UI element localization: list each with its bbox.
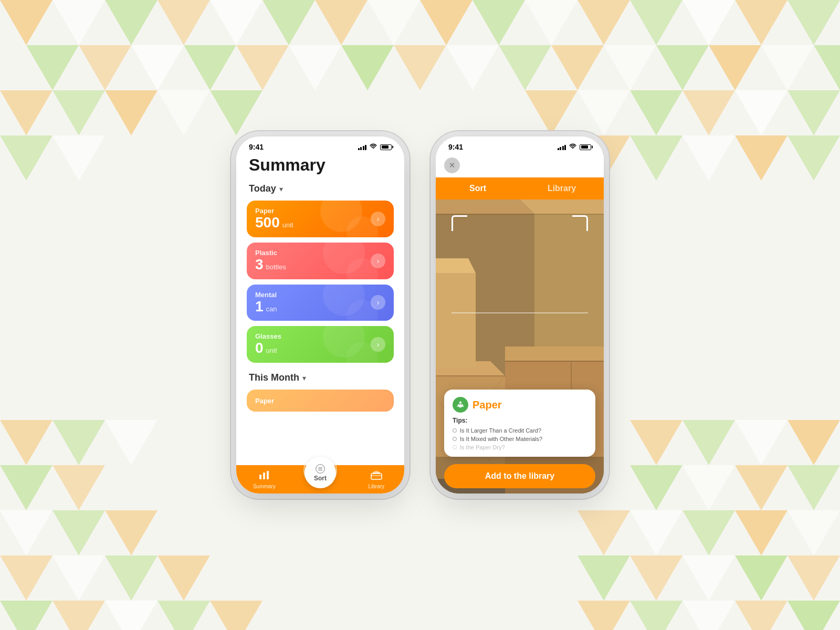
tip-dot-1 bbox=[453, 428, 457, 433]
this-month-section: This Month ▾ Paper bbox=[247, 372, 394, 412]
svg-marker-57 bbox=[0, 465, 52, 510]
svg-marker-24 bbox=[446, 45, 499, 90]
this-month-label: This Month bbox=[249, 372, 299, 383]
svg-marker-7 bbox=[368, 0, 420, 45]
card-glasses-arrow[interactable]: › bbox=[371, 337, 385, 352]
svg-marker-59 bbox=[630, 465, 682, 510]
card-paper-arrow[interactable]: › bbox=[371, 212, 385, 226]
card-glasses-name: Glasses bbox=[255, 332, 281, 340]
svg-marker-86 bbox=[630, 601, 682, 630]
card-paper-count-row: 500 unit bbox=[255, 215, 293, 231]
info-card-title: Paper bbox=[472, 399, 502, 411]
svg-marker-18 bbox=[131, 45, 184, 90]
time-2: 9:41 bbox=[448, 143, 463, 151]
svg-marker-80 bbox=[0, 601, 52, 630]
today-section-header[interactable]: Today ▾ bbox=[247, 183, 394, 194]
status-icons-2 bbox=[558, 143, 592, 151]
svg-marker-8 bbox=[420, 0, 472, 45]
svg-marker-51 bbox=[52, 420, 105, 465]
cards-list: Paper 500 unit › Plastic bbox=[247, 201, 394, 363]
sort-nav-label: Sort bbox=[314, 475, 327, 482]
svg-marker-13 bbox=[682, 0, 735, 45]
nav-library[interactable]: Library bbox=[348, 470, 404, 489]
svg-marker-53 bbox=[630, 420, 682, 465]
card-glasses-count: 0 bbox=[255, 340, 264, 356]
tip-text-3: Is the Paper Dry? bbox=[460, 444, 505, 450]
library-icon bbox=[371, 470, 382, 482]
svg-marker-66 bbox=[578, 510, 630, 555]
summary-nav-label: Summary bbox=[253, 484, 276, 489]
svg-marker-39 bbox=[630, 90, 682, 135]
tip-1: Is It Larger Than a Credit Card? bbox=[453, 427, 587, 434]
svg-marker-42 bbox=[788, 90, 840, 135]
status-icons-1 bbox=[358, 143, 392, 151]
scan-line bbox=[452, 312, 588, 313]
signal-icon bbox=[358, 144, 367, 150]
svg-marker-29 bbox=[709, 45, 761, 90]
time-1: 9:41 bbox=[249, 143, 264, 151]
svg-marker-84 bbox=[210, 601, 262, 630]
svg-marker-27 bbox=[604, 45, 656, 90]
camera-view: Paper Tips: Is It Larger Than a Credit C… bbox=[436, 200, 604, 494]
card-mental-arrow[interactable]: › bbox=[371, 295, 385, 310]
card-paper[interactable]: Paper 500 unit › bbox=[247, 201, 394, 237]
card-plastic[interactable]: Plastic 3 bottles › bbox=[247, 243, 394, 279]
card-mental[interactable]: Mental 1 can › bbox=[247, 285, 394, 321]
svg-marker-52 bbox=[105, 420, 158, 465]
close-btn-row: ✕ bbox=[436, 155, 604, 177]
sort-button[interactable]: Sort bbox=[304, 457, 336, 488]
svg-marker-82 bbox=[105, 601, 158, 630]
svg-marker-37 bbox=[525, 90, 578, 135]
svg-marker-70 bbox=[788, 510, 840, 555]
svg-marker-74 bbox=[158, 555, 210, 601]
nav-sort-container: Sort bbox=[292, 471, 349, 488]
card-paper-info: Paper 500 unit bbox=[255, 207, 293, 231]
svg-marker-63 bbox=[0, 510, 52, 555]
nav-summary[interactable]: Summary bbox=[236, 470, 292, 489]
page-title: Summary bbox=[247, 155, 394, 175]
svg-marker-3 bbox=[158, 0, 210, 45]
svg-marker-54 bbox=[682, 420, 735, 465]
phone1-content: Summary Today ▾ Paper 500 unit bbox=[236, 155, 404, 494]
card-plastic-name: Plastic bbox=[255, 249, 286, 257]
svg-marker-9 bbox=[472, 0, 525, 45]
close-button[interactable]: ✕ bbox=[444, 158, 460, 173]
this-month-header[interactable]: This Month ▾ bbox=[247, 372, 394, 383]
svg-marker-19 bbox=[184, 45, 236, 90]
svg-marker-35 bbox=[158, 90, 210, 135]
card-plastic-count: 3 bbox=[255, 257, 264, 273]
card-plastic-arrow[interactable]: › bbox=[371, 254, 385, 268]
card-plastic-unit: bottles bbox=[266, 263, 286, 271]
tab-library[interactable]: Library bbox=[520, 177, 604, 200]
card-plastic-count-row: 3 bottles bbox=[255, 257, 286, 273]
bottom-nav: Summary Sort bbox=[236, 465, 404, 494]
info-card: Paper Tips: Is It Larger Than a Credit C… bbox=[444, 390, 595, 457]
recycle-icon bbox=[453, 397, 468, 413]
card-glasses[interactable]: Glasses 0 unit › bbox=[247, 326, 394, 363]
signal-icon-2 bbox=[558, 144, 566, 150]
card-glasses-info: Glasses 0 unit bbox=[255, 332, 281, 356]
svg-marker-67 bbox=[630, 510, 682, 555]
tab-sort[interactable]: Sort bbox=[436, 177, 520, 200]
svg-marker-71 bbox=[0, 555, 52, 601]
svg-rect-96 bbox=[374, 471, 379, 472]
svg-marker-17 bbox=[79, 45, 131, 90]
add-to-library-button[interactable]: Add to the library bbox=[444, 464, 595, 488]
svg-marker-75 bbox=[578, 555, 630, 601]
tip-text-2: Is It Mixed with Other Materials? bbox=[460, 436, 542, 442]
svg-marker-79 bbox=[788, 555, 840, 601]
svg-marker-50 bbox=[0, 420, 52, 465]
phones-container: 9:41 bbox=[236, 136, 604, 494]
svg-marker-65 bbox=[105, 510, 158, 555]
svg-marker-89 bbox=[788, 601, 840, 630]
svg-marker-47 bbox=[682, 135, 735, 181]
sort-tab-bar: Sort Library bbox=[436, 177, 604, 200]
svg-marker-88 bbox=[735, 601, 788, 630]
svg-marker-56 bbox=[788, 420, 840, 465]
card-mental-unit: can bbox=[266, 305, 277, 313]
status-bar-2: 9:41 bbox=[436, 136, 604, 155]
svg-marker-31 bbox=[814, 45, 840, 90]
svg-marker-43 bbox=[0, 135, 52, 181]
scan-corner-tl bbox=[452, 215, 467, 231]
this-month-chevron: ▾ bbox=[302, 374, 306, 382]
